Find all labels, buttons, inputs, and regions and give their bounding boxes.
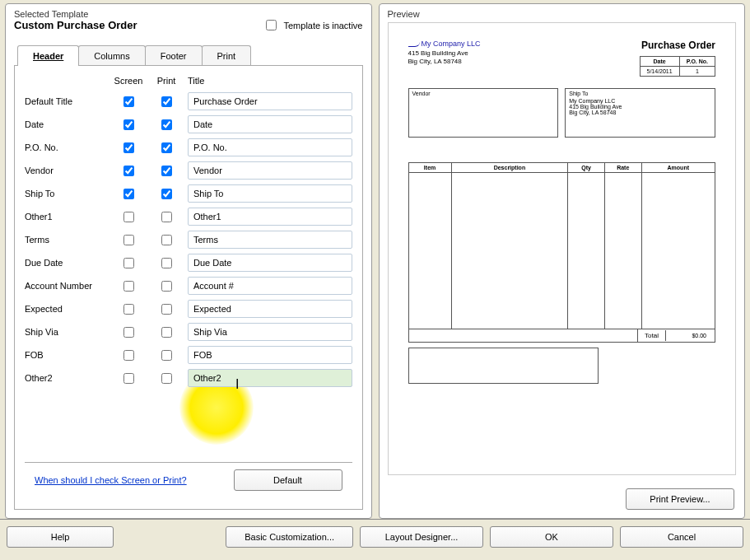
print-checkbox[interactable] <box>161 235 172 245</box>
print-checkbox[interactable] <box>161 189 172 199</box>
cancel-button[interactable]: Cancel <box>620 526 743 548</box>
preview-vendor-label: Vendor <box>412 91 555 96</box>
grid-header: Screen Print Title <box>25 76 352 86</box>
title-input[interactable] <box>188 254 352 272</box>
field-label: Other1 <box>25 212 107 222</box>
preview-total-value: $0.00 <box>665 330 715 341</box>
screen-checkbox[interactable] <box>123 235 134 245</box>
preview-date-value: 5/14/2011 <box>640 67 679 77</box>
title-input[interactable] <box>188 138 352 156</box>
text-cursor-icon: I <box>235 377 239 392</box>
tab-header[interactable]: Header <box>17 45 79 66</box>
screen-checkbox[interactable] <box>123 142 134 153</box>
print-checkbox[interactable] <box>161 350 172 361</box>
title-input[interactable] <box>188 231 352 249</box>
field-row: Other1 <box>25 208 352 226</box>
field-row: Default Title <box>25 92 352 110</box>
field-row: Vendor <box>25 161 352 180</box>
screen-checkbox[interactable] <box>123 281 134 292</box>
template-inactive-checkbox[interactable]: Template is inactive <box>263 9 363 33</box>
field-label: Vendor <box>25 166 107 175</box>
title-input[interactable] <box>188 208 352 226</box>
default-button[interactable]: Default <box>234 469 342 491</box>
title-input[interactable] <box>188 161 352 180</box>
preview-company: My Company LLC 415 Big Building Ave Big … <box>408 40 481 77</box>
preview-col-amount: Amount <box>641 163 715 173</box>
title-input[interactable] <box>188 277 352 295</box>
title-input[interactable] <box>188 184 352 203</box>
preview-total-row: Total $0.00 <box>408 329 716 343</box>
field-row: Ship Via <box>25 323 352 341</box>
screen-checkbox[interactable] <box>123 258 134 268</box>
field-label: FOB <box>25 350 107 360</box>
field-label: Expected <box>25 304 107 314</box>
screen-checkbox[interactable] <box>123 96 134 107</box>
screen-checkbox[interactable] <box>123 166 134 176</box>
tab-content: Screen Print Title Default TitleDateP.O.… <box>14 65 363 510</box>
title-input[interactable] <box>188 323 352 341</box>
field-label: Ship To <box>25 189 107 198</box>
print-checkbox[interactable] <box>161 281 172 292</box>
preview-shipto-line2: Big City, LA 58748 <box>569 110 711 115</box>
logo-icon <box>408 42 420 47</box>
tabs: Header Columns Footer Print <box>6 38 371 65</box>
screen-checkbox[interactable] <box>123 350 134 361</box>
field-row: Due Date <box>25 254 352 272</box>
print-checkbox[interactable] <box>161 212 172 222</box>
print-checkbox[interactable] <box>161 327 172 338</box>
field-row: Expected <box>25 300 352 318</box>
print-checkbox[interactable] <box>161 373 172 384</box>
col-header-print: Print <box>150 76 183 86</box>
preview-line-table: Item Description Qty Rate Amount <box>408 162 716 329</box>
field-row: FOB <box>25 346 352 364</box>
screen-checkbox[interactable] <box>123 189 134 199</box>
preview-label: Preview <box>380 4 745 19</box>
field-label: Account Number <box>25 281 107 291</box>
preview-shipto-line1: 415 Big Building Ave <box>569 104 711 110</box>
field-label: Ship Via <box>25 327 107 337</box>
ok-button[interactable]: OK <box>490 526 613 548</box>
tab-print[interactable]: Print <box>202 45 252 66</box>
title-input[interactable] <box>188 369 352 387</box>
preview-shipto-box: Ship To My Company LLC 415 Big Building … <box>565 88 715 138</box>
screen-checkbox[interactable] <box>123 327 134 338</box>
screen-checkbox[interactable] <box>123 212 134 222</box>
basic-customization-button[interactable]: Basic Customization... <box>226 526 353 548</box>
left-pane: Selected Template Custom Purchase Order … <box>5 3 372 519</box>
tab-columns[interactable]: Columns <box>78 45 145 66</box>
layout-designer-button[interactable]: Layout Designer... <box>360 526 483 548</box>
field-label: P.O. No. <box>25 142 107 152</box>
screen-checkbox[interactable] <box>123 119 134 130</box>
print-checkbox[interactable] <box>161 119 172 130</box>
field-row: Terms <box>25 231 352 249</box>
preview-vendor-box: Vendor <box>408 88 559 138</box>
tab-footer[interactable]: Footer <box>145 45 203 66</box>
title-input[interactable] <box>188 300 352 318</box>
preview-col-qty: Qty <box>568 163 605 173</box>
template-inactive-input[interactable] <box>266 20 277 30</box>
screen-checkbox[interactable] <box>123 373 134 384</box>
print-checkbox[interactable] <box>161 304 172 315</box>
title-input[interactable] <box>188 115 352 133</box>
field-row: Other2I <box>25 369 352 387</box>
preview-total-label: Total <box>637 329 665 342</box>
help-button[interactable]: Help <box>7 526 114 548</box>
field-label: Default Title <box>25 96 107 106</box>
title-input[interactable] <box>188 92 352 110</box>
screen-print-help-link[interactable]: When should I check Screen or Print? <box>35 475 187 485</box>
preview-company-addr2: Big City, LA 58748 <box>408 58 462 65</box>
print-checkbox[interactable] <box>161 142 172 153</box>
title-input[interactable] <box>188 346 352 364</box>
bottom-button-bar: Help Basic Customization... Layout Desig… <box>0 519 750 554</box>
print-checkbox[interactable] <box>161 166 172 176</box>
col-header-title: Title <box>188 76 352 86</box>
print-checkbox[interactable] <box>161 258 172 268</box>
screen-checkbox[interactable] <box>123 304 134 315</box>
field-label: Due Date <box>25 258 107 268</box>
print-preview-button[interactable]: Print Preview... <box>626 488 734 510</box>
preview-canvas: My Company LLC 415 Big Building Ave Big … <box>388 22 737 475</box>
preview-date-header: Date <box>640 57 679 67</box>
preview-date-po-table: Date P.O. No. 5/14/2011 1 <box>640 56 715 77</box>
print-checkbox[interactable] <box>161 96 172 107</box>
preview-col-item: Item <box>408 163 451 173</box>
